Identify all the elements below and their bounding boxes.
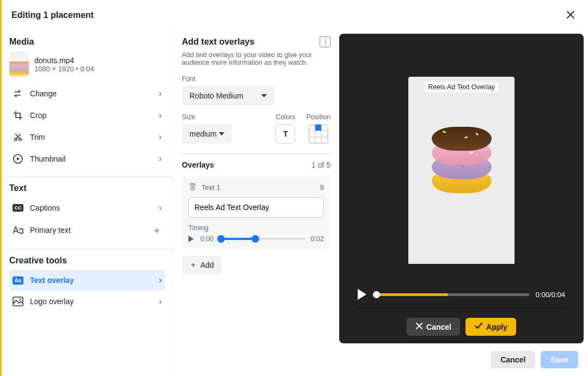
overlays-count: 1 of 5: [311, 161, 330, 169]
position-picker[interactable]: [309, 124, 328, 144]
menu-primary-text-label: Primary text: [30, 226, 145, 235]
divider: [182, 153, 330, 154]
text-heading: Text: [9, 183, 165, 193]
preview-content-image: [432, 137, 492, 193]
menu-thumbnail-label: Thumbnail: [30, 155, 152, 163]
menu-thumbnail[interactable]: Thumbnail ›: [9, 148, 165, 170]
page-title: Editing 1 placement: [11, 10, 563, 20]
overlay-item-points: 9: [320, 183, 324, 192]
overlays-label: Overlays: [182, 161, 311, 169]
chevron-right-icon: ›: [159, 154, 162, 164]
trim-icon: [13, 132, 23, 143]
timing-end: 0:02: [311, 235, 324, 243]
add-overlay-button[interactable]: ＋ Add: [182, 256, 222, 274]
overlay-text-input[interactable]: [188, 197, 324, 218]
menu-logo-overlay-label: Logo overlay: [30, 297, 152, 306]
preview-apply-label: Apply: [486, 323, 507, 331]
crop-icon: [13, 110, 23, 121]
size-label: Size: [182, 113, 265, 121]
media-thumbnail: [9, 51, 29, 77]
preview-cancel-label: Cancel: [426, 323, 451, 331]
color-picker[interactable]: T: [275, 124, 295, 144]
menu-logo-overlay[interactable]: Logo overlay ›: [9, 291, 165, 312]
delete-overlay-button[interactable]: [188, 182, 197, 193]
size-value: medium: [189, 130, 219, 138]
primary-text-icon: [13, 225, 23, 236]
preview-panel: Reels Ad Text Overlay: [339, 34, 584, 343]
close-button[interactable]: [563, 8, 578, 23]
timing-start: 0:00: [200, 235, 213, 243]
caret-down-icon: [261, 94, 267, 97]
position-label: Position: [307, 113, 330, 121]
timing-handle-end[interactable]: [252, 235, 259, 243]
colors-label: Colors: [275, 113, 295, 121]
svg-point-4: [20, 299, 21, 300]
chevron-right-icon: ›: [159, 110, 162, 120]
menu-trim[interactable]: Trim ›: [9, 126, 165, 148]
preview-apply-button[interactable]: Apply: [465, 318, 516, 336]
chevron-right-icon: ›: [159, 297, 162, 306]
video-preview: Reels Ad Text Overlay: [408, 77, 514, 264]
preview-play-button[interactable]: [358, 289, 366, 300]
font-label: Font: [182, 75, 330, 83]
media-filename: donuts.mp4: [34, 56, 94, 65]
text-overlay-icon: Aa: [13, 276, 23, 285]
panel-toggle-icon[interactable]: [320, 36, 330, 47]
chevron-right-icon: ›: [159, 203, 162, 213]
menu-crop-label: Crop: [30, 111, 152, 120]
captions-icon: CC: [13, 204, 23, 212]
font-select[interactable]: Roboto Medium: [182, 86, 274, 106]
menu-crop[interactable]: Crop ›: [9, 104, 165, 126]
menu-trim-label: Trim: [30, 133, 152, 141]
media-meta: 1080 × 1920 • 0:04: [34, 65, 94, 73]
caret-down-icon: [219, 132, 224, 135]
timing-play-button[interactable]: [188, 236, 195, 242]
divider: [2, 249, 173, 249]
tools-heading: Creative tools: [9, 256, 165, 266]
preview-time: 0:00/0:04: [536, 291, 565, 299]
close-icon: [415, 322, 423, 331]
preview-seek-handle[interactable]: [373, 291, 380, 298]
preview-cancel-button[interactable]: Cancel: [407, 318, 460, 336]
media-summary: donuts.mp4 1080 × 1920 • 0:04: [9, 51, 165, 77]
plus-icon: ＋: [152, 224, 162, 237]
chevron-right-icon: ›: [159, 275, 162, 285]
swap-icon: [13, 88, 23, 99]
timing-label: Timing: [188, 224, 324, 232]
footer-save-button[interactable]: Save: [541, 351, 578, 368]
overlay-panel-desc: Add text overlays to your video to give …: [182, 51, 330, 66]
menu-captions[interactable]: CC Captions ›: [9, 198, 165, 218]
menu-text-overlay[interactable]: Aa Text overlay ›: [9, 270, 165, 291]
chevron-right-icon: ›: [159, 132, 162, 142]
thumbnail-icon: [13, 153, 23, 164]
preview-seek-slider[interactable]: [373, 293, 529, 296]
font-value: Roboto Medium: [189, 91, 261, 100]
overlay-panel-title: Add text overlays: [182, 37, 315, 47]
menu-change-label: Change: [30, 89, 152, 98]
menu-primary-text[interactable]: Primary text ＋: [9, 218, 165, 242]
size-select[interactable]: medium: [182, 124, 232, 144]
menu-captions-label: Captions: [30, 204, 152, 212]
timing-slider[interactable]: [219, 238, 305, 240]
chevron-right-icon: ›: [159, 89, 162, 98]
close-icon: [566, 10, 575, 21]
footer-cancel-button[interactable]: Cancel: [491, 351, 535, 368]
logo-overlay-icon: [13, 296, 23, 307]
overlay-item: Text 1 9 Timing 0:00 0:02: [182, 176, 330, 249]
menu-text-overlay-label: Text overlay: [30, 276, 152, 285]
overlay-item-name: Text 1: [201, 183, 320, 192]
preview-overlay-text: Reels Ad Text Overlay: [425, 82, 498, 92]
position-top-center[interactable]: [315, 125, 321, 131]
timing-handle-start[interactable]: [217, 235, 225, 243]
check-icon: [474, 322, 483, 331]
divider: [2, 176, 173, 177]
menu-change[interactable]: Change ›: [9, 83, 165, 104]
media-heading: Media: [9, 37, 165, 47]
plus-icon: ＋: [189, 260, 197, 270]
add-overlay-label: Add: [200, 261, 214, 269]
